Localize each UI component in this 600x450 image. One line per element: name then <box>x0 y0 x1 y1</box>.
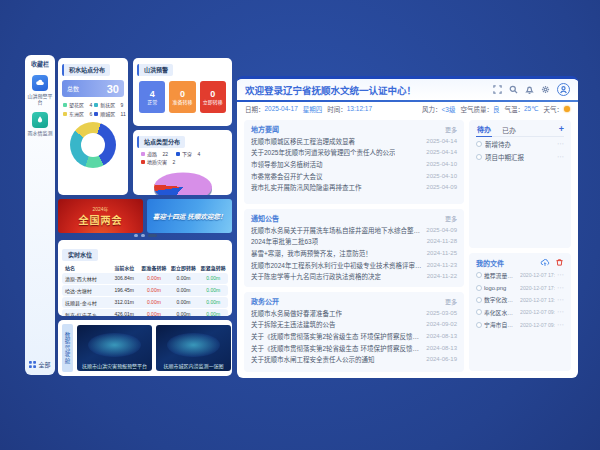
carousel-dot-active[interactable] <box>148 234 157 237</box>
fullscreen-icon[interactable] <box>491 83 504 96</box>
news-title: 关于陈忠学等十九名同志行政执法资格的决定 <box>251 271 381 281</box>
sidebar-item-rain-monitor[interactable]: 雨水情监测 <box>26 112 54 136</box>
news-item[interactable]: 关于拆除无主违法建筑的公告 2024-09-02 <box>251 319 457 331</box>
file-item[interactable]: 推荐流量计算… 2020-12-07 17:06 ⋯ <box>476 269 564 281</box>
file-checkbox[interactable] <box>476 322 482 328</box>
file-name: 推荐流量计算… <box>484 271 518 280</box>
news-item[interactable]: 关于2025年抚顺市河道采砂管理四个责任人的公示 2025-04-14 <box>251 147 457 159</box>
file-item[interactable]: 宁海市自动站点… 2020-12-07 09:00 ⋯ <box>476 319 564 331</box>
news-date: 2024-11-23 <box>427 262 457 268</box>
file-checkbox[interactable] <box>476 309 482 315</box>
carousel-dot[interactable] <box>134 234 138 237</box>
more-link[interactable]: 更多 <box>445 125 457 134</box>
news-item[interactable]: 关于抚顺市水闸工程安全责任人公示的通知 2024-06-19 <box>251 353 457 365</box>
donut-hole <box>81 133 105 157</box>
sidebar-item-label: 山洪预警平台 <box>26 93 54 105</box>
sidebar-all-button[interactable]: 全部 <box>29 360 50 371</box>
total-label: 总数 <box>67 84 79 93</box>
cloud-upload-icon[interactable] <box>540 258 550 268</box>
todo-text: 新增待办 <box>485 139 554 149</box>
prepare-transfer-gap: 0.00m <box>139 287 169 293</box>
item-menu-icon[interactable]: ⋯ <box>557 308 564 316</box>
news-date: 2025-04-14 <box>426 138 457 144</box>
news-date: 2025-03-05 <box>426 310 457 316</box>
file-item[interactable]: 奉化区水文站… 2020-12-07 09:01 ⋯ <box>476 306 564 318</box>
banner-title: 喜迎十四运 抚顺欢迎您！ <box>153 211 226 221</box>
wind-label: 风力： <box>422 104 442 114</box>
news-list: 抚顺市水务局关于开展洗车场私自接井盗用地下水综合整治行动 2025-04-09 … <box>251 224 457 282</box>
file-timestamp: 2020-12-07 09:01 <box>520 309 555 315</box>
date-label: 日期： <box>245 104 265 114</box>
news-item[interactable]: 抚顺市顺城区移民工程治理成效显著 2025-04-14 <box>251 135 457 147</box>
gear-icon[interactable] <box>539 83 552 96</box>
water-table-header: 站名 当前水位 距准备转移 距立即转移 距紧急转移 <box>62 263 228 272</box>
user-avatar-icon[interactable] <box>557 83 570 96</box>
dashboard-thumbnail[interactable]: 抚顺市山洪灾害预报预警平台 <box>77 325 152 371</box>
data-cockpit-tab[interactable]: 数据驾驶舱 <box>62 324 73 372</box>
add-todo-button[interactable]: + <box>559 125 564 134</box>
banner-national-sessions[interactable]: 2024年 全国两会 <box>58 199 143 233</box>
news-item[interactable]: 抚顺市水务局做好春灌准备工作 2025-03-05 <box>251 307 457 319</box>
sidebar-item-flood-platform[interactable]: 山洪预警平台 <box>26 75 54 105</box>
news-item[interactable]: 我市扎实开展防汛风险隐患再排查工作 2025-04-09 <box>251 181 457 193</box>
banner-carousel: 2024年 全国两会 喜迎十四运 抚顺欢迎您！ <box>58 199 232 233</box>
stat-value: 4 <box>150 89 155 99</box>
todo-item[interactable]: 项目中期汇报 ⋯ <box>476 150 564 163</box>
emergency-transfer-gap: 0.00m <box>198 299 228 305</box>
banner-title: 全国两会 <box>79 212 123 227</box>
file-item[interactable]: 数字化改革重… 2020-12-07 13:32 ⋯ <box>476 294 564 306</box>
water-level-tab[interactable]: 实时水位 <box>62 249 98 261</box>
legend-marker <box>94 103 98 107</box>
news-item[interactable]: 市委常委会召开扩大会议 2025-04-10 <box>251 170 457 182</box>
bell-icon[interactable] <box>523 83 536 96</box>
carousel-dot[interactable] <box>141 234 145 237</box>
legend-name: 顺城区 <box>100 110 115 117</box>
more-link[interactable]: 更多 <box>445 214 457 223</box>
news-column: 地方要闻 更多 抚顺市顺城区移民工程治理成效显著 2025-04-14 关于20… <box>244 120 464 372</box>
trash-icon[interactable] <box>554 258 564 268</box>
tab-done[interactable]: 已办 <box>501 123 517 137</box>
item-menu-icon[interactable]: ⋯ <box>557 296 564 304</box>
legend-value: 4 <box>197 151 200 157</box>
file-checkbox[interactable] <box>476 285 482 291</box>
item-menu-icon[interactable]: ⋯ <box>557 284 564 292</box>
type-legend: 道路 22 下穿 4 地质灾害 2 <box>133 148 232 165</box>
news-date: 2024-09-02 <box>426 321 457 327</box>
news-item[interactable]: 市领导参加义务植树活动 2025-04-10 <box>251 158 457 170</box>
search-icon[interactable] <box>507 83 520 96</box>
emergency-transfer-gap: 0.00m <box>198 311 228 316</box>
todo-checkbox[interactable] <box>476 141 482 147</box>
item-menu-icon[interactable]: ⋯ <box>557 140 564 148</box>
prepare-transfer-gap: 0.00m <box>139 299 169 305</box>
main-panel: 欢迎登录辽宁省抚顺水文统一认证中心！ 日期： 2025-04-17 星期四 时间… <box>237 76 578 378</box>
cockpit-thumbs: 抚顺市山洪灾害预报预警平台 抚顺市城区内涝监测一张图 <box>77 325 231 371</box>
news-item[interactable]: 抚顺市水务局关于开展洗车场私自接井盗用地下水综合整治行动 2025-04-09 <box>251 224 457 236</box>
news-item[interactable]: 抚顺市2024年工程系列水利行业中初级专业技术资格评审结果… 2024-11-2… <box>251 259 457 271</box>
cloud-app-icon <box>32 75 48 91</box>
item-menu-icon[interactable]: ⋯ <box>557 153 564 161</box>
section-header: 政务公开 更多 <box>251 295 457 307</box>
file-item[interactable]: logo.png 2020-12-07 17:00 ⋯ <box>476 281 564 293</box>
immediate-transfer-gap: 0.00m <box>169 287 199 293</box>
files-title: 我的文件 <box>476 258 536 268</box>
news-title: 抚顺市顺城区移民工程治理成效显著 <box>251 136 355 146</box>
todo-item[interactable]: 新增待办 ⋯ <box>476 137 564 150</box>
news-item[interactable]: 2024年审批第二批63项 2024-11-28 <box>251 236 457 248</box>
news-list: 抚顺市顺城区移民工程治理成效显著 2025-04-14 关于2025年抚顺市河道… <box>251 135 457 193</box>
item-menu-icon[interactable]: ⋯ <box>557 321 564 329</box>
tab-todo[interactable]: 待办 <box>476 122 492 137</box>
dashboard-thumbnail[interactable]: 抚顺市城区内涝监测一张图 <box>156 325 231 371</box>
news-item[interactable]: 关于《抚顺市贯彻落实第2轮省级生态 环境保护督察反馈意见… 2024-08-13 <box>251 342 457 354</box>
file-checkbox[interactable] <box>476 272 482 278</box>
news-item[interactable]: 暴雪+寒潮，我市两预警齐发，注意防范！ 2024-11-25 <box>251 247 457 259</box>
sidebar-all-label: 全部 <box>38 360 50 369</box>
file-checkbox[interactable] <box>476 297 482 303</box>
news-item[interactable]: 关于《抚顺市贯彻落实第2轮省级生态 环境保护督察反馈意见… 2024-08-13 <box>251 330 457 342</box>
item-menu-icon[interactable]: ⋯ <box>557 271 564 279</box>
news-item[interactable]: 关于陈忠学等十九名同志行政执法资格的决定 2024-11-22 <box>251 270 457 282</box>
todo-checkbox[interactable] <box>476 154 482 160</box>
banner-welcome-games[interactable]: 喜迎十四运 抚顺欢迎您！ <box>147 199 232 233</box>
air-label: 空气质量： <box>460 104 493 114</box>
legend-name: 道路 <box>147 150 157 157</box>
more-link[interactable]: 更多 <box>445 297 457 306</box>
